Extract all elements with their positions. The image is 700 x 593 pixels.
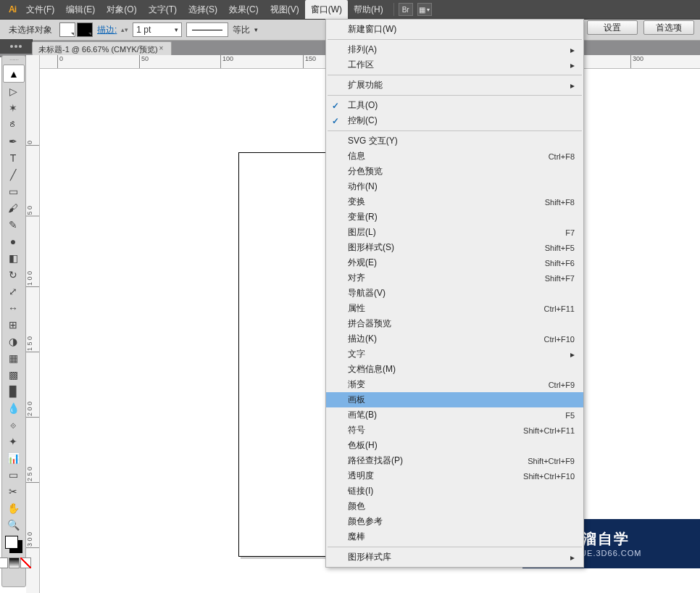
prefs-button[interactable]: 首选项 (643, 20, 694, 35)
menu-item-22[interactable]: 拼合器预览 (326, 316, 583, 331)
menu-edit[interactable]: 编辑(E) (60, 0, 101, 19)
menu-window[interactable]: 窗口(W) (305, 0, 348, 19)
pencil-tool[interactable]: ✎ (3, 216, 23, 233)
menu-item-38[interactable]: 图形样式库▸ (326, 550, 583, 565)
menu-item-32[interactable]: 透明度Shift+Ctrl+F10 (326, 468, 583, 484)
menu-item-20[interactable]: 导航器(V) (326, 286, 583, 301)
magic-wand-tool[interactable]: ✶ (3, 99, 23, 116)
menu-item-shortcut: Shift+F8 (545, 198, 575, 207)
menu-item-30[interactable]: 色板(H) (326, 438, 583, 453)
rotate-tool[interactable]: ↻ (3, 266, 23, 283)
menu-item-8[interactable]: ✓控制(C) (326, 113, 583, 128)
zoom-tool[interactable]: 🔍 (3, 516, 23, 533)
menu-effect[interactable]: 效果(C) (223, 0, 264, 19)
pen-tool[interactable]: ✒ (3, 133, 23, 149)
menu-item-11[interactable]: 信息Ctrl+F8 (326, 149, 583, 164)
menu-item-29[interactable]: 符号Shift+Ctrl+F11 (326, 423, 583, 438)
menu-item-16[interactable]: 图层(L)F7 (326, 225, 583, 240)
menu-item-15[interactable]: 变量(R) (326, 210, 583, 225)
menu-item-26[interactable]: 渐变Ctrl+F9 (326, 377, 583, 392)
stepper-icon[interactable]: ▴▾ (121, 26, 128, 33)
menu-file[interactable]: 文件(F) (20, 0, 60, 19)
eraser-tool[interactable]: ◧ (3, 249, 23, 266)
menu-item-14[interactable]: 变换Shift+F8 (326, 194, 583, 210)
menu-item-label: 魔棒 (348, 531, 575, 543)
color-mode-solid[interactable] (0, 557, 8, 568)
bridge-chip[interactable]: Br (399, 3, 413, 16)
menubar-separator (393, 3, 394, 16)
menu-item-24[interactable]: 文字▸ (326, 347, 583, 362)
selection-tool[interactable]: ▲ (3, 65, 25, 83)
menu-view[interactable]: 视图(V) (264, 0, 305, 19)
scale-tool[interactable]: ⤢ (3, 283, 23, 299)
menu-type[interactable]: 文字(T) (143, 0, 183, 19)
menu-item-0[interactable]: 新建窗口(W) (326, 22, 583, 37)
lasso-tool[interactable]: ಠ (3, 116, 23, 133)
document-tab[interactable]: 未标题-1 @ 66.67% (CMYK/预览) × (32, 41, 172, 57)
direct-selection-tool[interactable]: ▷ (3, 83, 23, 99)
line-tool[interactable]: ╱ (3, 166, 23, 183)
settings-button[interactable]: 设置 (587, 20, 638, 35)
menu-item-12[interactable]: 分色预览 (326, 164, 583, 179)
fill-color[interactable] (5, 536, 18, 549)
color-mode-none[interactable] (20, 557, 31, 568)
submenu-arrow-icon: ▸ (570, 552, 575, 563)
gradient-tool[interactable]: ▉ (3, 383, 23, 399)
stroke-label[interactable]: 描边: (97, 24, 117, 36)
menu-item-33[interactable]: 链接(I) (326, 484, 583, 499)
graph-tool[interactable]: 📊 (3, 449, 23, 466)
menu-object[interactable]: 对象(O) (101, 0, 142, 19)
menu-item-18[interactable]: 外观(E)Shift+F6 (326, 255, 583, 270)
chevron-down-icon[interactable]: ▾ (254, 26, 258, 33)
menu-item-27[interactable]: 画板 (326, 392, 583, 407)
color-swatch[interactable] (5, 536, 22, 553)
artboard-tool[interactable]: ▭ (3, 466, 23, 483)
blob-brush-tool[interactable]: ● (3, 233, 23, 249)
slice-tool[interactable]: ✂ (3, 483, 23, 499)
menu-select[interactable]: 选择(S) (183, 0, 223, 19)
stroke-style-sample[interactable] (186, 22, 228, 37)
menu-item-shortcut: Ctrl+F10 (544, 335, 575, 344)
menu-item-36[interactable]: 魔棒 (326, 529, 583, 544)
menu-item-19[interactable]: 对齐Shift+F7 (326, 270, 583, 286)
free-transform-tool[interactable]: ⊞ (3, 316, 23, 333)
mesh-tool[interactable]: ▩ (3, 366, 23, 383)
width-tool[interactable]: ↔ (3, 299, 23, 316)
tab-close-icon[interactable]: × (159, 44, 168, 53)
type-tool[interactable]: T (3, 149, 23, 166)
fill-swatch[interactable] (59, 22, 75, 37)
menu-item-7[interactable]: ✓工具(O) (326, 98, 583, 113)
tab-grip[interactable] (0, 39, 33, 54)
menu-item-5[interactable]: 扩展功能▸ (326, 78, 583, 93)
toolbox-grip[interactable] (4, 58, 24, 62)
menu-item-17[interactable]: 图形样式(S)Shift+F5 (326, 240, 583, 255)
stroke-swatch[interactable] (77, 22, 93, 37)
menu-item-23[interactable]: 描边(K)Ctrl+F10 (326, 331, 583, 347)
menu-item-34[interactable]: 颜色 (326, 499, 583, 514)
menu-item-28[interactable]: 画笔(B)F5 (326, 407, 583, 423)
paintbrush-tool[interactable]: 🖌 (3, 199, 23, 216)
color-mode-gradient[interactable] (9, 557, 20, 568)
menu-item-35[interactable]: 颜色参考 (326, 514, 583, 529)
menu-item-10[interactable]: SVG 交互(Y) (326, 133, 583, 149)
arrange-chip[interactable]: ▦▾ (417, 3, 432, 16)
eyedropper-tool[interactable]: 💧 (3, 399, 23, 416)
perspective-tool[interactable]: ▦ (3, 349, 23, 366)
menu-item-13[interactable]: 动作(N) (326, 179, 583, 194)
menu-help[interactable]: 帮助(H) (348, 0, 389, 19)
rectangle-tool[interactable]: ▭ (3, 183, 23, 199)
shape-builder-tool[interactable]: ◑ (3, 333, 23, 349)
menu-item-2[interactable]: 排列(A)▸ (326, 42, 583, 57)
stroke-size-field[interactable]: 1 pt▾ (133, 22, 182, 37)
menu-item-label: 符号 (348, 424, 523, 436)
menu-separator (328, 130, 582, 131)
ruler-vertical[interactable]: 05 01 0 01 5 02 0 02 5 03 0 0 (26, 55, 40, 593)
hand-tool[interactable]: ✋ (3, 499, 23, 516)
menu-item-shortcut: Shift+Ctrl+F9 (528, 457, 575, 465)
menu-item-21[interactable]: 属性Ctrl+F11 (326, 301, 583, 316)
symbol-sprayer-tool[interactable]: ✦ (3, 433, 23, 449)
blend-tool[interactable]: ⟐ (3, 416, 23, 433)
menu-item-31[interactable]: 路径查找器(P)Shift+Ctrl+F9 (326, 453, 583, 468)
menu-item-3[interactable]: 工作区▸ (326, 57, 583, 72)
menu-item-25[interactable]: 文档信息(M) (326, 362, 583, 377)
